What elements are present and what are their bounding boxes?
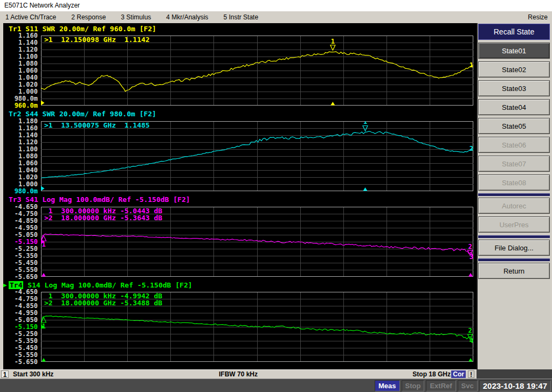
marker-2-label: 2 <box>468 243 472 250</box>
instrument-screen: Tr1 S11 SWR 20.00m/ Ref 960.0m [F2]1.160… <box>3 23 477 369</box>
y-axis-label: 1.160 <box>3 32 38 39</box>
marker-2-label: 2 <box>468 327 472 334</box>
trace-header-tr2[interactable]: Tr2 S44 SWR 20.00m/ Ref 980.0m [F2] <box>3 110 477 118</box>
y-axis-label: 1.020 <box>3 81 38 88</box>
softkey-button-autorec: Autorec <box>478 198 550 214</box>
trace-id-label: Tr3 <box>9 195 21 204</box>
window-titlebar: E5071C Network Analyzer <box>0 0 552 11</box>
marker-1-label: 1 <box>363 121 367 125</box>
warning-badge: ! <box>468 370 474 378</box>
trace-format-label: S41 Log Mag 100.0mdB/ Ref -5.150dB [F2] <box>21 195 190 204</box>
marker-stimulus-tick-icon <box>468 358 473 362</box>
softkey-separator <box>478 258 550 261</box>
resize-button[interactable]: Resize <box>528 11 548 23</box>
marker-stimulus-tick-icon <box>363 187 368 191</box>
y-axis-label-ref: -5.150 <box>3 323 38 331</box>
window-title: E5071C Network Analyzer <box>4 2 80 9</box>
status-badge-stop: Stop <box>402 380 425 391</box>
marker-readout-tr1: >1 12.150098 GHz 1.1142 <box>44 36 150 43</box>
sweep-stop-label: Stop 18 GHz <box>412 370 451 379</box>
menu-item-3[interactable]: 3 Stimulus <box>119 12 156 22</box>
trace-id-label: Tr2 <box>9 110 21 118</box>
y-axis-label: 1.060 <box>3 159 38 167</box>
trace-format-label: S11 SWR 20.00m/ Ref 960.0m [F2] <box>21 25 156 33</box>
y-axis-label: -5.250 <box>3 245 38 253</box>
softkey-button-userpres: UserPres <box>478 216 550 233</box>
y-axis-label: 1.100 <box>3 145 38 153</box>
y-axis-label: 1.120 <box>3 138 38 146</box>
marker-readout-line: >1 13.500075 GHz 1.1485 <box>44 122 150 129</box>
y-axis-label-ref: 980.0m <box>3 187 38 195</box>
y-axis-label: -4.650 <box>3 203 38 211</box>
menu-item-1[interactable]: 1 Active Ch/Trace <box>3 12 61 22</box>
trace-header-tr4[interactable]: ▶Tr4 S14 Log Mag 100.0mdB/ Ref -5.150dB … <box>3 281 477 289</box>
trace-header-tr1[interactable]: Tr1 S11 SWR 20.00m/ Ref 960.0m [F2] <box>3 25 477 33</box>
plot-area-tr3[interactable]: 123 1 300.00000 kHz -5.0443 dB>2 18.0000… <box>41 207 473 277</box>
marker-1-label: 1 <box>331 38 335 45</box>
menu-item-2[interactable]: 2 Response <box>69 12 111 22</box>
y-axis-label: 1.160 <box>3 124 38 132</box>
trace-number-label: 2 <box>470 145 473 152</box>
marker-readout-tr2: >1 13.500075 GHz 1.1485 <box>44 122 150 129</box>
instrument-status-bar: MeasStopExtRefSvc2023-10-18 19:47 <box>0 379 552 392</box>
softkey-button-state06: State06 <box>478 137 550 153</box>
softkey-button-state04[interactable]: State04 <box>478 99 550 115</box>
softkey-button-return[interactable]: Return <box>478 263 550 279</box>
y-axis-label: -5.650 <box>3 273 38 281</box>
y-axis-label: -5.050 <box>3 231 38 239</box>
plot-area-tr1[interactable]: 11>1 12.150098 GHz 1.1142 <box>41 36 473 106</box>
marker-stimulus-tick-icon <box>42 273 46 277</box>
softkey-button-state01[interactable]: State01 <box>478 43 550 59</box>
marker-readout-line: >2 18.000000 GHz -5.3643 dB <box>44 214 162 221</box>
y-axis-label: 1.080 <box>3 152 38 160</box>
y-axis-label: -4.650 <box>3 288 38 296</box>
status-badge-svc: Svc <box>458 380 478 391</box>
softkey-button-file-dialog[interactable]: File Dialog... <box>478 240 550 256</box>
correction-badge: Cor <box>451 370 466 378</box>
trace-chart-tr2: 12 <box>41 121 473 191</box>
sweep-start-label: Start 300 kHz <box>13 370 53 379</box>
ifbw-label: IFBW 70 kHz <box>0 370 477 379</box>
y-axis-label: -4.950 <box>3 309 38 317</box>
menu-item-5[interactable]: 5 Instr State <box>221 12 264 22</box>
datetime-label: 2023-10-18 19:47 <box>479 380 551 391</box>
menu-item-4[interactable]: 4 Mkr/Analysis <box>164 12 213 22</box>
reference-level-arrow-icon <box>41 186 45 191</box>
y-axis-label: 1.000 <box>3 88 38 95</box>
softkey-menu-title: Recall State <box>478 24 550 40</box>
marker-stimulus-tick-icon <box>468 273 473 277</box>
y-axis-label: 980.0m <box>3 95 38 102</box>
softkey-button-state02[interactable]: State02 <box>478 61 550 78</box>
trace-format-label: S44 SWR 20.00m/ Ref 980.0m [F2] <box>21 110 156 118</box>
softkey-button-state03[interactable]: State03 <box>478 80 550 96</box>
y-axis-label: -5.450 <box>3 344 38 352</box>
y-axis-label: -5.350 <box>3 337 38 345</box>
marker-stimulus-tick-icon <box>330 102 335 106</box>
plot-area-tr4[interactable]: 124 1 300.00000 kHz -4.9942 dB>2 18.0000… <box>41 292 473 362</box>
menu-bar: 1 Active Ch/Trace2 Response3 Stimulus4 M… <box>0 11 552 23</box>
trace-header-tr3[interactable]: Tr3 S41 Log Mag 100.0mdB/ Ref -5.150dB [… <box>3 195 477 204</box>
y-axis-label: -4.950 <box>3 224 38 232</box>
channel-status-bar: 1 IFBW 70 kHz Start 300 kHz Stop 18 GHz … <box>0 369 477 379</box>
reference-level-arrow-icon <box>41 101 45 106</box>
y-axis-label: -5.550 <box>3 266 38 274</box>
y-axis-label: 1.140 <box>3 39 38 46</box>
y-axis-label: 1.060 <box>3 67 38 74</box>
trace-format-label: S14 Log Mag 100.0mdB/ Ref -5.150dB [F2] <box>23 281 192 289</box>
y-axis-label: 1.120 <box>3 46 38 53</box>
y-axis-label: -5.250 <box>3 330 38 338</box>
marker-readout-line: >2 18.000000 GHz -5.3488 dB <box>44 299 162 306</box>
y-axis-label: 1.180 <box>3 117 38 125</box>
marker-readout-tr4: 1 300.00000 kHz -4.9942 dB>2 18.000000 G… <box>44 292 162 306</box>
y-axis-label: -4.750 <box>3 210 38 218</box>
marker-readout-line: >1 12.150098 GHz 1.1142 <box>44 36 150 43</box>
status-badge-meas: Meas <box>375 380 400 391</box>
trace-number-label: 4 <box>470 337 473 345</box>
plot-area-tr2[interactable]: 12>1 13.500075 GHz 1.1485 <box>41 121 473 191</box>
trace-number-label: 1 <box>470 61 473 69</box>
softkey-button-state05[interactable]: State05 <box>478 118 550 134</box>
marker-readout-tr3: 1 300.00000 kHz -5.0443 dB>2 18.000000 G… <box>44 207 162 221</box>
softkey-button-state08: State08 <box>478 174 550 191</box>
softkey-separator <box>478 193 550 196</box>
y-axis-label: -5.450 <box>3 259 38 267</box>
